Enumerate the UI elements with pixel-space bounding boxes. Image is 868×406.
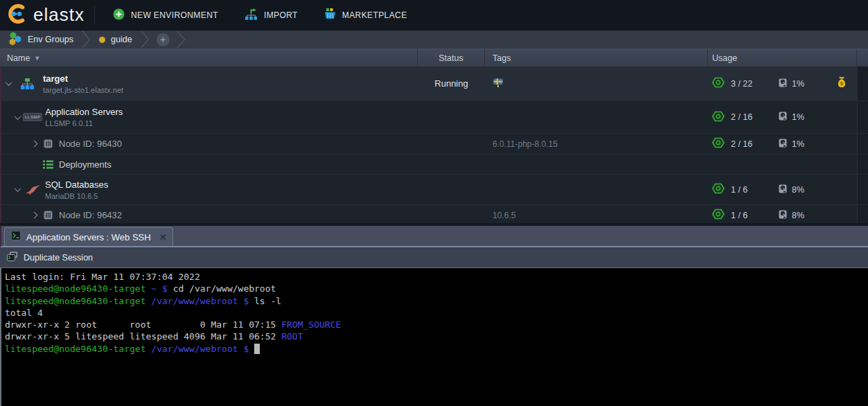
breadcrumb-separator-icon [177, 30, 186, 48]
disk-percent: 8% [792, 185, 804, 195]
grid-row-application-servers[interactable]: LLSMPApplication ServersLLSMP 6.0.112 / … [1, 101, 868, 134]
grid-gutter [857, 175, 868, 204]
tags-cell [485, 155, 708, 174]
cloudlet-usage: 1 / 6 [712, 209, 779, 222]
node-icon [39, 139, 56, 148]
web-ssh-tab[interactable]: Application Servers : Web SSH ✕ [4, 227, 173, 246]
column-header-usage[interactable]: Usage [708, 49, 857, 67]
grid-row-sql-databases[interactable]: SQL DatabasesMariaDB 10.6.51 / 68% [1, 175, 868, 205]
cloudlet-usage: 2 / 16 [712, 137, 779, 150]
row-title: Node ID: 96432 [59, 210, 122, 220]
column-header-status[interactable]: Status [418, 49, 485, 67]
usage-cell: 2 / 161% [708, 101, 857, 133]
tags-cell: 10.6.5 [485, 205, 708, 223]
status-cell: Running [418, 67, 485, 100]
cloudlet-icon [712, 77, 725, 90]
breadcrumb-separator-icon [141, 30, 150, 48]
disk-icon [779, 184, 787, 195]
expander [3, 81, 14, 86]
add-group-button[interactable]: + [157, 33, 170, 46]
usage-cell: 3 / 221%$ [708, 67, 857, 100]
grid-gutter [857, 101, 868, 133]
terminal-output[interactable]: Last login: Fri Mar 11 07:37:04 2022lite… [0, 267, 868, 406]
column-name-label: Name [7, 53, 30, 63]
name-cell: targettarget.jls-sto1.elastx.net [1, 67, 418, 100]
version-tag: 6.0.11-php-8.0.15 [493, 139, 558, 149]
disk-percent: 1% [792, 112, 804, 122]
grid-row-target[interactable]: targettarget.jls-sto1.elastx.netRunning3… [1, 67, 868, 101]
cloudlet-count: 1 / 6 [731, 185, 747, 195]
chevron-right-icon[interactable] [30, 212, 37, 219]
deployments-icon [39, 160, 56, 169]
grid-row-node-id-96430[interactable]: Node ID: 964306.0.11-php-8.0.152 / 161% [1, 134, 868, 155]
column-header-name[interactable]: Name ▼ [0, 49, 418, 67]
grid-gutter [857, 205, 868, 223]
usage-cell: 2 / 161% [708, 134, 857, 154]
version-tag: 10.6.5 [493, 211, 515, 220]
grid-row-deployments[interactable]: Deployments [1, 155, 868, 175]
row-title: Node ID: 96430 [59, 139, 122, 149]
mariadb-icon [23, 184, 42, 195]
terminal-line: total 4 [5, 307, 868, 319]
row-subtitle: MariaDB 10.6.5 [45, 192, 108, 200]
web-ssh-tab-label: Application Servers : Web SSH [26, 232, 151, 242]
close-tab-icon[interactable]: ✕ [159, 232, 167, 242]
cloudlet-count: 2 / 16 [731, 112, 752, 122]
ssh-tab-strip: Application Servers : Web SSH ✕ [0, 226, 868, 247]
marketplace-button[interactable]: MARKETPLACE [324, 8, 407, 21]
row-title: Application Servers [45, 107, 123, 117]
terminal-cursor [254, 344, 260, 354]
duplicate-session-button[interactable]: Duplicate Session [7, 251, 93, 264]
marketplace-icon [324, 8, 336, 21]
tags-cell [485, 67, 708, 100]
elastx-logo[interactable]: elastx [0, 3, 94, 28]
expander [12, 187, 23, 192]
import-label: IMPORT [264, 10, 298, 20]
column-status-label: Status [439, 53, 463, 63]
elastx-logo-icon [6, 3, 28, 28]
row-title: target [43, 73, 123, 84]
ssh-toolbar: Duplicate Session [0, 247, 868, 267]
import-button[interactable]: IMPORT [245, 8, 298, 22]
breadcrumb-env-groups[interactable]: Env Groups [0, 30, 82, 48]
breadcrumb-env-groups-label: Env Groups [28, 35, 73, 44]
chevron-down-icon[interactable] [14, 185, 21, 192]
disk-usage: 8% [779, 184, 833, 195]
row-subtitle: target.jls-sto1.elastx.net [43, 86, 123, 94]
row-title: SQL Databases [45, 179, 108, 190]
column-tags-label: Tags [493, 53, 511, 63]
name-cell: SQL DatabasesMariaDB 10.6.5 [1, 175, 418, 204]
terminal-line: litespeed@node96430-target /var/www/webr… [5, 295, 868, 307]
duplicate-session-label: Duplicate Session [24, 253, 93, 263]
new-environment-button[interactable]: NEW ENVIRONMENT [113, 8, 218, 22]
tags-cell: 6.0.11-php-8.0.15 [485, 134, 708, 154]
disk-usage: 1% [779, 78, 833, 89]
chevron-down-icon[interactable] [14, 113, 21, 120]
terminal-line: drwxr-xr-x 5 litespeed litespeed 4096 Ma… [5, 330, 868, 342]
disk-usage: 1% [779, 139, 833, 150]
terminal-icon [11, 231, 21, 243]
expander [12, 115, 23, 120]
cloudlet-usage: 3 / 22 [712, 77, 779, 90]
breadcrumb-guide-label: guide [111, 35, 132, 44]
cloudlet-icon [712, 183, 725, 196]
llsmp-icon: LLSMP [23, 113, 42, 121]
chevron-right-icon[interactable] [30, 141, 37, 148]
usage-cell: 1 / 68% [708, 175, 857, 204]
terminal-line: litespeed@node96430-target /var/www/webr… [5, 343, 868, 355]
cloudlet-icon [712, 209, 725, 222]
expander [28, 213, 39, 218]
chevron-down-icon[interactable] [5, 79, 12, 86]
grid-header-gutter [857, 49, 868, 67]
disk-icon [779, 78, 787, 89]
breadcrumb-group-guide[interactable]: guide [91, 30, 141, 48]
cloudlet-count: 2 / 16 [731, 139, 752, 149]
money-bag-icon: $ [836, 76, 847, 91]
column-header-tags[interactable]: Tags [485, 49, 708, 67]
cloudlet-icon [712, 137, 725, 150]
status-cell [418, 175, 485, 204]
grid-row-node-id-96432[interactable]: Node ID: 9643210.6.51 / 68% [1, 205, 868, 223]
node-icon [39, 211, 56, 220]
top-bar: elastx NEW ENVIRONMENT IMPORT [0, 0, 868, 30]
expander [28, 141, 39, 146]
